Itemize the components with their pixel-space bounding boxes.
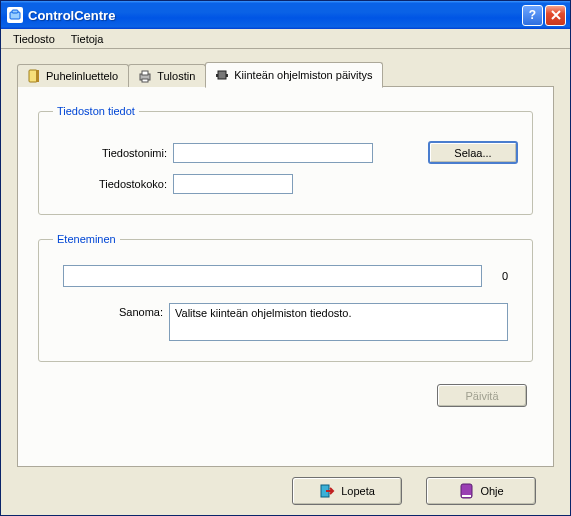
- svg-rect-2: [29, 70, 37, 82]
- fileinfo-legend: Tiedoston tiedot: [53, 105, 139, 117]
- quit-button[interactable]: Lopeta: [292, 477, 402, 505]
- help-button[interactable]: Ohje: [426, 477, 536, 505]
- app-window: ControlCentre ? Tiedosto Tietoja Puhelin…: [0, 0, 571, 516]
- titlebar-close-button[interactable]: [545, 5, 566, 26]
- tab-printer[interactable]: Tulostin: [128, 64, 206, 87]
- book-icon: [458, 483, 474, 499]
- app-icon: [7, 7, 23, 23]
- menubar: Tiedosto Tietoja: [1, 29, 570, 49]
- firmware-icon: [214, 67, 230, 83]
- svg-rect-8: [218, 71, 226, 79]
- printer-icon: [137, 68, 153, 84]
- update-button-label: Päivitä: [465, 390, 498, 402]
- titlebar: ControlCentre ?: [1, 1, 570, 29]
- filename-label: Tiedostonimi:: [53, 147, 173, 159]
- svg-rect-6: [142, 79, 148, 82]
- exit-icon: [319, 483, 335, 499]
- message-box: Valitse kiinteän ohjelmiston tiedosto.: [169, 303, 508, 341]
- browse-button-label: Selaa...: [454, 147, 491, 159]
- tab-phonebook-label: Puhelinluettelo: [46, 70, 118, 82]
- tab-strip: Puhelinluettelo Tulostin Kiinteän ohjelm…: [17, 61, 554, 87]
- progress-value: 0: [502, 270, 508, 282]
- fileinfo-group: Tiedoston tiedot Tiedostonimi: Selaa... …: [38, 105, 533, 215]
- titlebar-help-button[interactable]: ?: [522, 5, 543, 26]
- tab-panel-firmware: Tiedoston tiedot Tiedostonimi: Selaa... …: [17, 86, 554, 467]
- tab-phonebook[interactable]: Puhelinluettelo: [17, 64, 129, 87]
- client-area: Puhelinluettelo Tulostin Kiinteän ohjelm…: [1, 49, 570, 515]
- message-text: Valitse kiinteän ohjelmiston tiedosto.: [175, 307, 352, 319]
- svg-rect-10: [462, 495, 471, 497]
- message-label: Sanoma:: [63, 303, 163, 318]
- tab-firmware-label: Kiinteän ohjelmiston päivitys: [234, 69, 372, 81]
- svg-rect-1: [12, 10, 18, 13]
- phonebook-icon: [26, 68, 42, 84]
- tab-firmware[interactable]: Kiinteän ohjelmiston päivitys: [205, 62, 383, 88]
- svg-rect-3: [36, 70, 39, 82]
- progress-bar: [63, 265, 482, 287]
- browse-button[interactable]: Selaa...: [428, 141, 518, 164]
- tab-printer-label: Tulostin: [157, 70, 195, 82]
- menu-file[interactable]: Tiedosto: [5, 31, 63, 47]
- help-button-label: Ohje: [480, 485, 503, 497]
- filename-input[interactable]: [173, 143, 373, 163]
- progress-legend: Eteneminen: [53, 233, 120, 245]
- menu-about[interactable]: Tietoja: [63, 31, 112, 47]
- progress-group: Eteneminen 0 Sanoma: Valitse kiinteän oh…: [38, 233, 533, 362]
- update-button[interactable]: Päivitä: [437, 384, 527, 407]
- filesize-label: Tiedostokoko:: [53, 178, 173, 190]
- svg-rect-5: [142, 71, 148, 75]
- filesize-input[interactable]: [173, 174, 293, 194]
- quit-button-label: Lopeta: [341, 485, 375, 497]
- window-title: ControlCentre: [28, 8, 520, 23]
- bottom-bar: Lopeta Ohje: [17, 467, 554, 505]
